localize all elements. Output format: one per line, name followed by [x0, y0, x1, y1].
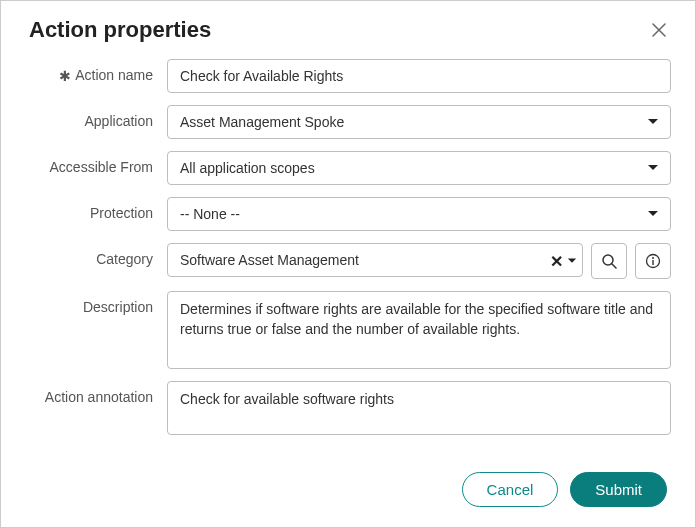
category-inline-actions: ✕ [548, 250, 577, 273]
dialog-body: ✱Action name Application Accessible From [1, 51, 695, 458]
label-protection: Protection [25, 197, 167, 221]
action-properties-dialog: Action properties ✱Action name Applicati… [0, 0, 696, 528]
protection-select[interactable] [167, 197, 671, 231]
action-name-input[interactable] [167, 59, 671, 93]
label-accessible-from: Accessible From [25, 151, 167, 175]
dialog-header: Action properties [1, 1, 695, 51]
label-category: Category [25, 243, 167, 267]
chevron-down-icon[interactable] [567, 258, 577, 265]
application-select[interactable] [167, 105, 671, 139]
row-action-annotation: Action annotation [25, 381, 671, 435]
close-button[interactable] [647, 18, 671, 42]
label-description: Description [25, 291, 167, 315]
search-icon [601, 253, 617, 269]
svg-rect-4 [652, 260, 653, 265]
action-annotation-textarea[interactable] [167, 381, 671, 435]
row-application: Application [25, 105, 671, 139]
category-input[interactable] [167, 243, 583, 277]
row-category: Category ✕ [25, 243, 671, 279]
label-application: Application [25, 105, 167, 129]
row-action-name: ✱Action name [25, 59, 671, 93]
cancel-button[interactable]: Cancel [462, 472, 559, 507]
info-icon [645, 253, 661, 269]
svg-line-1 [612, 264, 616, 268]
description-textarea[interactable] [167, 291, 671, 369]
row-accessible-from: Accessible From [25, 151, 671, 185]
row-description: Description [25, 291, 671, 369]
accessible-from-select[interactable] [167, 151, 671, 185]
submit-button[interactable]: Submit [570, 472, 667, 507]
label-action-name: ✱Action name [25, 59, 167, 83]
clear-icon[interactable]: ✕ [548, 250, 565, 273]
dialog-footer: Cancel Submit [1, 458, 695, 527]
category-search-button[interactable] [591, 243, 627, 279]
svg-point-3 [652, 257, 654, 259]
category-info-button[interactable] [635, 243, 671, 279]
close-icon [651, 22, 667, 38]
dialog-title: Action properties [29, 17, 211, 43]
row-protection: Protection [25, 197, 671, 231]
required-star-icon: ✱ [59, 68, 71, 84]
label-action-annotation: Action annotation [25, 381, 167, 405]
